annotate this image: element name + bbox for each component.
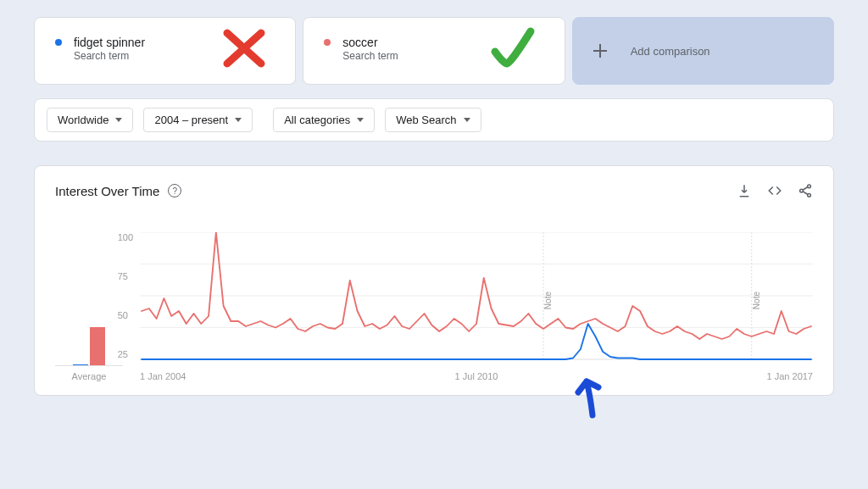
average-label: Average (55, 371, 123, 381)
term-sub: Search term (74, 50, 145, 62)
y-tick: 100 (118, 232, 133, 242)
check-mark-icon (488, 23, 539, 74)
filter-category-label: All categories (284, 114, 350, 126)
filter-search-type-label: Web Search (396, 114, 456, 126)
note-label: Note (752, 292, 761, 309)
term-color-dot (324, 39, 331, 46)
x-tick: 1 Jan 2004 (140, 371, 186, 381)
chevron-down-icon (115, 118, 122, 122)
x-tick: 1 Jul 2010 (455, 371, 498, 381)
plus-icon (593, 44, 607, 58)
filter-time-range-label: 2004 – present (154, 114, 228, 126)
term-text: fidget spinner Search term (74, 35, 145, 62)
term-color-dot (55, 39, 62, 46)
chart-title: Interest Over Time (55, 184, 159, 198)
term-text: soccer Search term (342, 35, 398, 62)
line-chart[interactable]: 100755025 1 Jan 20041 Jul 20101 Jan 2017… (140, 232, 813, 381)
average-column: Average (55, 239, 123, 381)
term-card-1[interactable]: fidget spinner Search term (34, 17, 296, 85)
filter-time-range[interactable]: 2004 – present (143, 108, 253, 132)
x-tick: 1 Jan 2017 (767, 371, 813, 381)
filters-bar: Worldwide 2004 – present All categories … (34, 98, 834, 142)
filter-location[interactable]: Worldwide (47, 108, 133, 132)
x-axis-ticks: 1 Jan 20041 Jul 20101 Jan 2017 (140, 368, 813, 381)
line-chart-svg (140, 232, 813, 368)
term-name: fidget spinner (74, 35, 145, 50)
term-sub: Search term (342, 50, 398, 62)
embed-icon[interactable] (767, 183, 782, 198)
y-tick: 50 (118, 310, 133, 320)
chevron-down-icon (357, 118, 364, 122)
add-comparison-label: Add comparison (631, 45, 710, 58)
add-comparison-button[interactable]: Add comparison (572, 17, 834, 85)
average-bar (73, 364, 88, 366)
y-tick: 25 (118, 349, 133, 359)
filter-category[interactable]: All categories (273, 108, 375, 132)
y-tick: 75 (118, 271, 133, 281)
filter-location-label: Worldwide (58, 114, 108, 126)
help-icon[interactable]: ? (168, 184, 181, 197)
interest-over-time-card: Interest Over Time ? Average (34, 165, 834, 396)
term-card-2[interactable]: soccer Search term (303, 17, 565, 85)
comparison-term-row: fidget spinner Search term soccer Search… (34, 17, 834, 85)
cross-mark-icon (219, 23, 270, 74)
chevron-down-icon (235, 118, 242, 122)
y-axis-ticks: 100755025 (118, 232, 133, 359)
chevron-down-icon (464, 118, 470, 122)
share-icon[interactable] (798, 183, 813, 198)
term-name: soccer (342, 35, 398, 50)
chart-header: Interest Over Time ? (55, 183, 813, 198)
download-icon[interactable] (737, 183, 752, 198)
filter-search-type[interactable]: Web Search (385, 108, 481, 132)
average-bars (55, 239, 123, 366)
average-bar (90, 327, 105, 365)
note-label: Note (543, 292, 553, 309)
